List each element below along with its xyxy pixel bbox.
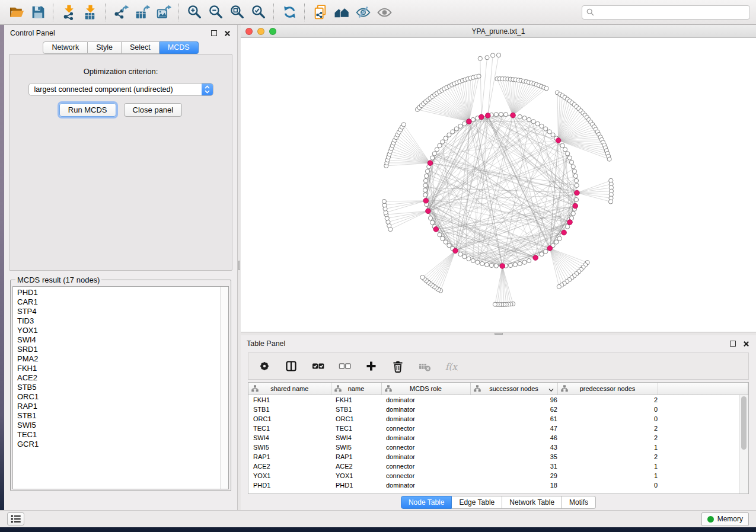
- table-row[interactable]: PHD1PHD1dominator180: [248, 480, 748, 490]
- deselect-all-button[interactable]: [337, 359, 352, 373]
- network-node[interactable]: [425, 174, 429, 178]
- export-network-button[interactable]: [110, 2, 132, 23]
- network-node[interactable]: [467, 257, 471, 261]
- close-window-button[interactable]: [245, 28, 253, 35]
- network-leaf-node[interactable]: [490, 53, 495, 57]
- network-node[interactable]: [527, 117, 531, 121]
- network-hub-node[interactable]: [562, 230, 567, 235]
- network-node[interactable]: [569, 160, 573, 164]
- network-node[interactable]: [527, 258, 531, 262]
- network-leaf-node[interactable]: [557, 284, 561, 289]
- network-leaf-node[interactable]: [544, 86, 548, 91]
- network-node[interactable]: [484, 262, 489, 267]
- network-node[interactable]: [566, 225, 570, 229]
- network-hub-node[interactable]: [428, 161, 433, 166]
- show-hidden-button[interactable]: [374, 2, 395, 23]
- table-row[interactable]: YOX1YOX1connector291: [248, 471, 748, 480]
- export-table-button[interactable]: [132, 2, 153, 23]
- network-hub-node[interactable]: [567, 220, 573, 225]
- tab-mcds[interactable]: MCDS: [160, 41, 199, 54]
- network-node[interactable]: [447, 243, 451, 248]
- zoom-selected-button[interactable]: [248, 2, 269, 23]
- vertical-splitter-handle[interactable]: [238, 261, 240, 270]
- network-leaf-node[interactable]: [478, 56, 482, 60]
- hide-selected-button[interactable]: [352, 2, 374, 23]
- network-node[interactable]: [423, 178, 428, 182]
- network-node[interactable]: [551, 133, 555, 137]
- network-node[interactable]: [557, 236, 562, 241]
- network-node[interactable]: [547, 130, 551, 134]
- optimization-criterion-select[interactable]: largest connected component (undirected): [28, 83, 213, 96]
- mcds-result-item[interactable]: SRD1: [17, 345, 220, 354]
- close-table-panel-button[interactable]: [742, 340, 750, 348]
- network-graph[interactable]: [241, 38, 756, 332]
- tab-select[interactable]: Select: [122, 41, 160, 54]
- mcds-result-item[interactable]: TID3: [17, 316, 220, 326]
- horizontal-splitter-handle[interactable]: [495, 333, 503, 335]
- column-header-shared-name[interactable]: shared name: [248, 383, 331, 395]
- table-row[interactable]: ACE2ACE2connector311: [248, 462, 748, 471]
- table-row[interactable]: TEC1TEC1connector472: [248, 424, 748, 433]
- network-leaf-node[interactable]: [401, 123, 406, 127]
- settings-button[interactable]: [257, 359, 272, 373]
- network-leaf-node[interactable]: [493, 302, 497, 306]
- network-hub-node[interactable]: [575, 190, 580, 196]
- network-node[interactable]: [423, 193, 428, 197]
- network-node[interactable]: [444, 136, 448, 140]
- network-node[interactable]: [425, 169, 429, 174]
- network-node[interactable]: [574, 178, 578, 182]
- network-node[interactable]: [531, 120, 535, 124]
- network-node[interactable]: [438, 143, 442, 148]
- network-node[interactable]: [540, 124, 544, 128]
- network-node[interactable]: [574, 197, 578, 201]
- task-list-button[interactable]: [7, 512, 24, 525]
- network-node[interactable]: [489, 263, 493, 267]
- network-node[interactable]: [462, 121, 467, 126]
- mcds-result-item[interactable]: CAR1: [17, 297, 220, 307]
- tab-network[interactable]: Network: [43, 41, 88, 54]
- zoom-fit-button[interactable]: [227, 2, 248, 23]
- network-node[interactable]: [432, 152, 436, 156]
- save-session-button[interactable]: [27, 2, 49, 23]
- network-hub-node[interactable]: [423, 198, 429, 204]
- network-node[interactable]: [441, 236, 445, 241]
- network-node[interactable]: [572, 169, 576, 174]
- network-node[interactable]: [499, 112, 503, 116]
- network-node[interactable]: [451, 130, 455, 134]
- open-file-button[interactable]: [6, 2, 27, 23]
- import-network-button[interactable]: [58, 2, 79, 23]
- network-node[interactable]: [535, 121, 540, 126]
- network-node[interactable]: [560, 143, 564, 148]
- network-node[interactable]: [441, 140, 445, 144]
- network-node[interactable]: [571, 165, 575, 169]
- mcds-result-item[interactable]: ACE2: [17, 373, 220, 383]
- network-hub-node[interactable]: [479, 114, 484, 120]
- network-node[interactable]: [522, 260, 527, 264]
- mcds-result-item[interactable]: FKH1: [17, 364, 220, 373]
- table-row[interactable]: FKH1FKH1dominator962: [248, 395, 748, 405]
- network-node[interactable]: [567, 156, 572, 160]
- column-header-successor-nodes[interactable]: successor nodes: [470, 383, 557, 395]
- network-hub-node[interactable]: [573, 203, 578, 209]
- network-node[interactable]: [494, 264, 498, 268]
- mcds-result-item[interactable]: TEC1: [17, 430, 220, 440]
- mcds-result-item[interactable]: RAP1: [17, 402, 220, 411]
- network-node[interactable]: [571, 211, 575, 216]
- mcds-result-item[interactable]: PMA2: [17, 354, 220, 364]
- mcds-result-item[interactable]: STB1: [17, 411, 220, 421]
- mcds-result-item[interactable]: SWI5: [17, 421, 220, 430]
- network-node[interactable]: [444, 240, 448, 244]
- import-table-button[interactable]: [79, 2, 101, 23]
- network-leaf-node[interactable]: [420, 275, 425, 280]
- mcds-result-item[interactable]: SWI4: [17, 335, 220, 345]
- network-node[interactable]: [454, 127, 458, 131]
- zoom-out-button[interactable]: [205, 2, 227, 23]
- network-node[interactable]: [476, 260, 480, 264]
- network-hub-node[interactable]: [500, 264, 505, 269]
- network-leaf-node[interactable]: [485, 56, 489, 60]
- select-all-button[interactable]: [311, 359, 325, 373]
- network-leaf-node[interactable]: [477, 74, 481, 78]
- search-box[interactable]: [582, 5, 750, 20]
- network-node[interactable]: [430, 220, 435, 225]
- mcds-result-item[interactable]: STB5: [17, 383, 220, 392]
